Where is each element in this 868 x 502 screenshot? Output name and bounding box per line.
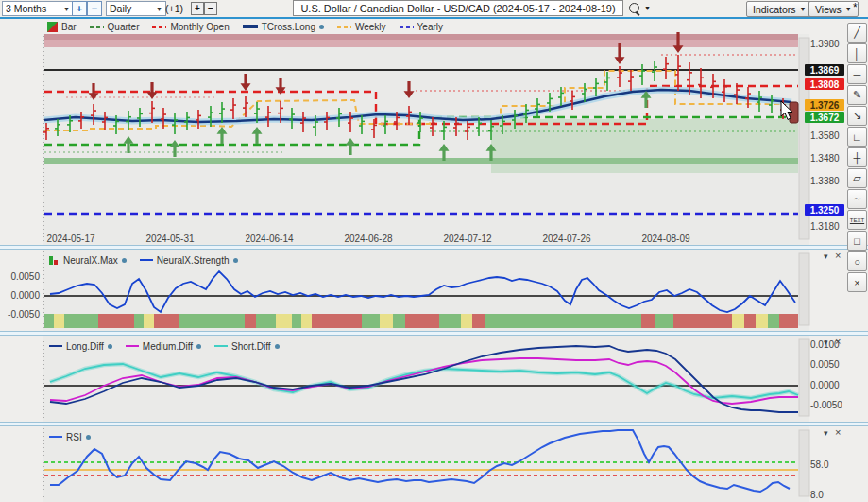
tool-trendline-button[interactable]: ╱ (847, 23, 867, 43)
price-badge: 1.3869 (805, 64, 844, 76)
legend-swatch-icon (140, 259, 153, 261)
unsaved-indicator: * (853, 1, 858, 14)
tool-crosshair-button[interactable]: ┼ (847, 147, 867, 167)
date-axis-label: 2024-08-09 (641, 234, 689, 244)
period-select[interactable]: 3 Months ▼ (2, 1, 74, 16)
legend-bar[interactable]: Bar (47, 22, 77, 32)
shift-label: (+1) (165, 3, 183, 14)
legend-label: Weekly (355, 22, 386, 32)
legend-rsi[interactable]: RSI (49, 432, 91, 442)
panel-separator[interactable] (0, 422, 868, 426)
date-axis-label: 2024-07-12 (443, 234, 491, 244)
tool-callout-button[interactable]: ▱ (847, 168, 867, 188)
legend-neuralx-max[interactable]: NeuralX.Max (49, 255, 127, 266)
panel-separator[interactable] (0, 331, 868, 336)
legend-label: Medium.Diff (143, 341, 193, 352)
legend-yearly[interactable]: Yearly (400, 22, 443, 32)
neuralx-close-button[interactable]: × (835, 251, 841, 260)
info-dot-icon[interactable] (233, 258, 238, 263)
price-axis-label: 1.3380 (810, 176, 840, 186)
rsi-collapse-button[interactable]: ▾ (824, 429, 828, 438)
views-menu-button[interactable]: Views ▼ (808, 1, 859, 17)
tool-vertical-line-button[interactable]: │ (847, 43, 867, 63)
info-dot-icon[interactable] (196, 344, 201, 349)
diff-legend: Long.DiffMedium.DiffShort.Diff (49, 340, 280, 352)
legend-monthly-open[interactable]: Monthly Open (152, 22, 229, 32)
legend-swatch-icon (126, 345, 139, 347)
legend-weekly[interactable]: Weekly (337, 22, 386, 32)
legend-label: NeuralX.Max (63, 255, 118, 266)
tool-angle-button[interactable]: ∟ (847, 127, 867, 147)
search-dropdown-arrow[interactable]: ▼ (644, 5, 651, 11)
legend-neuralx-strength[interactable]: NeuralX.Strength (140, 255, 238, 266)
price-badge: 1.3250 (805, 204, 844, 216)
neuralx-collapse-button[interactable]: ▾ (824, 252, 828, 261)
date-axis-label: 2024-06-28 (344, 234, 392, 244)
info-dot-icon[interactable] (319, 25, 324, 29)
date-axis-label: 2024-07-26 (542, 234, 590, 244)
period-plus-button[interactable]: + (72, 1, 87, 16)
info-dot-icon[interactable] (108, 344, 112, 349)
rsi-axis-label: 58.0 (810, 459, 828, 470)
chevron-down-icon: ▼ (800, 6, 807, 12)
chart-canvas[interactable] (0, 0, 868, 502)
legend-label: Long.Diff (66, 341, 104, 352)
indicators-menu-button[interactable]: Indicators ▼ (746, 1, 812, 17)
info-dot-icon[interactable] (86, 435, 91, 440)
legend-swatch-icon (152, 26, 166, 28)
period-minus-button[interactable]: − (87, 1, 102, 16)
interval-value: Daily (110, 3, 131, 14)
legend-swatch-icon (49, 255, 60, 265)
chevron-down-icon: ▼ (845, 6, 852, 12)
neuralx-axis-label: -0.0050 (8, 309, 40, 320)
tool-text-button[interactable]: TEXT (847, 210, 867, 230)
legend-swatch-icon (90, 26, 104, 28)
legend-label: Yearly (417, 22, 443, 32)
legend-short-diff[interactable]: Short.Diff (214, 341, 280, 352)
legend-swatch-icon (243, 25, 258, 28)
legend-label: NeuralX.Strength (157, 255, 230, 266)
price-badge: 1.3808 (805, 78, 844, 90)
info-dot-icon[interactable] (275, 344, 280, 349)
legend-tcross-long[interactable]: TCross.Long (243, 22, 324, 32)
search-icon[interactable] (629, 3, 639, 13)
diff-axis-label: 0.0000 (810, 380, 840, 390)
tool-horizontal-line-button[interactable]: ─ (847, 64, 867, 84)
price-badge: 1.3672 (805, 112, 844, 123)
legend-label: Bar (61, 22, 77, 32)
diff-close-button[interactable]: × (835, 338, 841, 346)
tool-ellipse-button[interactable]: ○ (847, 251, 867, 271)
legend-label: Monthly Open (170, 22, 229, 32)
date-axis-label: 2024-05-31 (145, 234, 194, 244)
period-value: 3 Months (6, 3, 46, 14)
legend-medium-diff[interactable]: Medium.Diff (126, 341, 201, 352)
tool-rectangle-button[interactable]: □ (847, 231, 867, 251)
diff-collapse-button[interactable]: ▾ (824, 338, 828, 347)
tool-wave-button[interactable]: ∼ (847, 189, 867, 209)
panel-separator[interactable] (0, 245, 868, 250)
info-dot-icon[interactable] (122, 258, 127, 263)
legend-swatch-icon (49, 436, 62, 438)
price-badge: 1.3726 (805, 99, 844, 111)
interval-select[interactable]: Daily ▼ (106, 1, 166, 16)
rsi-legend: RSI (49, 431, 91, 442)
tool-erase-button[interactable]: × (847, 272, 867, 292)
tool-arrow-button[interactable]: ↘ (847, 106, 867, 126)
shift-plus-button[interactable]: + (191, 2, 204, 15)
tool-pencil-button[interactable]: ✎ (847, 85, 867, 105)
diff-axis-label: 0.0050 (810, 359, 840, 370)
shift-minus-button[interactable]: − (204, 2, 217, 15)
main-chart-legend: BarQuarterMonthly OpenTCross.LongWeeklyY… (47, 21, 443, 32)
date-axis-label: 2024-06-14 (245, 234, 293, 244)
legend-quarter[interactable]: Quarter (90, 22, 140, 32)
chevron-down-icon: ▼ (150, 6, 162, 12)
chevron-down-icon: ▼ (58, 6, 70, 12)
legend-label: RSI (66, 432, 82, 442)
date-axis-label: 2024-05-17 (46, 234, 94, 244)
legend-long-diff[interactable]: Long.Diff (49, 341, 112, 352)
top-toolbar: 3 Months ▼ + − Daily ▼ (+1) + − U.S. Dol… (0, 0, 868, 19)
price-axis-label: 1.3180 (810, 221, 840, 232)
legend-label: Short.Diff (231, 341, 271, 352)
rsi-close-button[interactable]: × (835, 428, 841, 437)
neuralx-legend: NeuralX.MaxNeuralX.Strength (49, 254, 238, 266)
